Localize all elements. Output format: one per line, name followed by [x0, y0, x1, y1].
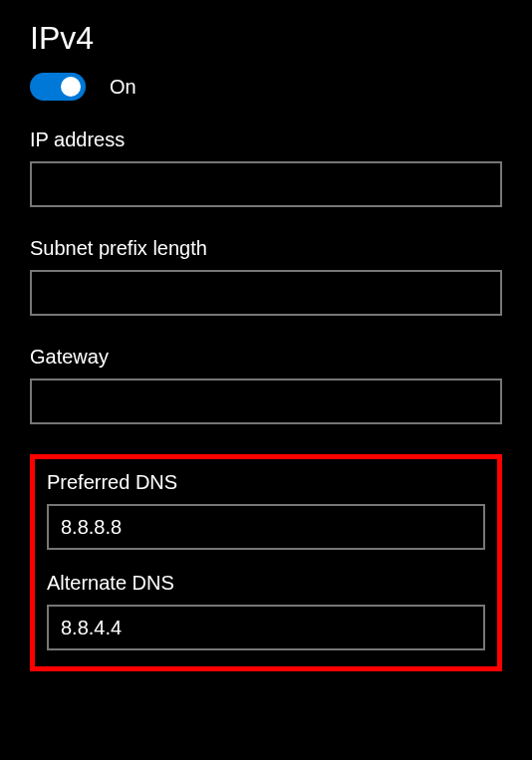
subnet-group: Subnet prefix length [30, 237, 502, 316]
preferred-dns-group: Preferred DNS [47, 471, 485, 550]
ip-address-input[interactable] [30, 161, 502, 207]
alternate-dns-input[interactable] [47, 605, 485, 650]
alternate-dns-label: Alternate DNS [47, 572, 485, 595]
ipv4-toggle-row: On [30, 73, 502, 101]
gateway-label: Gateway [30, 346, 502, 369]
subnet-input[interactable] [30, 270, 502, 316]
ipv4-toggle[interactable] [30, 73, 86, 101]
ipv4-settings-panel: IPv4 On IP address Subnet prefix length … [0, 0, 532, 691]
alternate-dns-group: Alternate DNS [47, 572, 485, 650]
gateway-group: Gateway [30, 346, 502, 424]
section-title: IPv4 [30, 20, 502, 57]
preferred-dns-label: Preferred DNS [47, 471, 485, 494]
gateway-input[interactable] [30, 379, 502, 424]
dns-highlight-box: Preferred DNS Alternate DNS [30, 454, 502, 671]
subnet-label: Subnet prefix length [30, 237, 502, 260]
toggle-knob-icon [61, 77, 81, 97]
toggle-state-label: On [110, 76, 136, 99]
ip-address-label: IP address [30, 128, 502, 151]
ip-address-group: IP address [30, 128, 502, 207]
preferred-dns-input[interactable] [47, 504, 485, 550]
